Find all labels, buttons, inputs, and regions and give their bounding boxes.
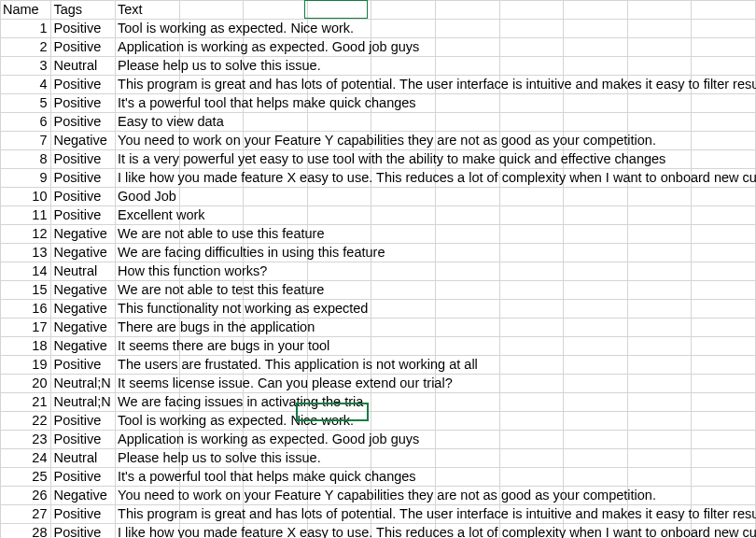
cell-text[interactable]: Excellent work [116,206,180,225]
cell-empty[interactable] [564,431,628,449]
table-row[interactable]: 12NegativeWe are not able to use this fe… [1,225,756,244]
cell-name[interactable]: 9 [1,169,51,188]
cell-empty[interactable] [564,281,628,300]
cell-empty[interactable] [564,113,628,132]
cell-text[interactable]: We are not able to use this feature [116,225,180,244]
cell-name[interactable]: 18 [1,337,51,356]
cell-empty[interactable] [435,281,499,300]
cell-empty[interactable] [371,206,436,225]
cell-tags[interactable]: Positive [51,113,116,132]
cell-text[interactable]: It's a powerful tool that helps make qui… [116,94,180,113]
cell-tags[interactable]: Positive [51,505,116,524]
cell-empty[interactable] [307,319,371,337]
cell-empty[interactable] [692,20,756,38]
cell-empty[interactable] [627,38,692,57]
cell-empty[interactable] [435,244,499,262]
cell-empty[interactable] [564,319,628,337]
cell-tags[interactable]: Neutral;N [51,393,116,412]
cell-empty[interactable] [435,468,499,487]
table-row[interactable]: 17NegativeThere are bugs in the applicat… [1,319,756,337]
cell-tags[interactable]: Positive [51,468,116,487]
table-row[interactable]: 8PositiveIt is a very powerful yet easy … [1,150,756,169]
cell-empty[interactable] [692,262,756,281]
cell-tags[interactable]: Positive [51,412,116,431]
cell-empty[interactable] [435,20,499,38]
cell-name[interactable]: 15 [1,281,51,300]
table-row[interactable]: 26NegativeYou need to work on your Featu… [1,487,756,505]
cell-tags[interactable]: Neutral [51,449,116,468]
cell-empty[interactable] [692,206,756,225]
table-row[interactable]: 16NegativeThis functionality not working… [1,300,756,319]
data-table[interactable]: Name Tags Text 1PositiveTool is working … [0,0,756,538]
cell-text[interactable]: It seems license issue. Can you please e… [116,375,180,393]
cell-empty[interactable] [435,225,499,244]
cell-name[interactable]: 10 [1,188,51,206]
header-empty[interactable] [307,1,371,20]
cell-name[interactable]: 6 [1,113,51,132]
table-row[interactable]: 24NeutralPlease help us to solve this is… [1,449,756,468]
cell-name[interactable]: 7 [1,132,51,150]
cell-empty[interactable] [499,393,564,412]
cell-empty[interactable] [371,449,436,468]
cell-empty[interactable] [564,468,628,487]
cell-empty[interactable] [499,206,564,225]
cell-text[interactable]: It is a very powerful yet easy to use to… [116,150,180,169]
cell-empty[interactable] [435,206,499,225]
cell-empty[interactable] [499,468,564,487]
cell-tags[interactable]: Neutral [51,262,116,281]
cell-text[interactable]: This program is great and has lots of po… [116,76,180,94]
cell-name[interactable]: 4 [1,76,51,94]
cell-empty[interactable] [692,337,756,356]
cell-empty[interactable] [564,38,628,57]
cell-tags[interactable]: Negative [51,132,116,150]
table-row[interactable]: 2PositiveApplication is working as expec… [1,38,756,57]
table-row[interactable]: 5PositiveIt's a powerful tool that helps… [1,94,756,113]
cell-name[interactable]: 3 [1,57,51,76]
cell-empty[interactable] [627,113,692,132]
cell-empty[interactable] [627,412,692,431]
cell-text[interactable]: The users are frustated. This applicatio… [116,356,180,375]
cell-empty[interactable] [371,337,436,356]
cell-empty[interactable] [371,393,436,412]
cell-empty[interactable] [692,412,756,431]
cell-empty[interactable] [627,375,692,393]
cell-empty[interactable] [499,375,564,393]
cell-empty[interactable] [692,244,756,262]
cell-tags[interactable]: Negative [51,300,116,319]
header-row[interactable]: Name Tags Text [1,1,756,20]
cell-empty[interactable] [435,94,499,113]
cell-empty[interactable] [627,225,692,244]
cell-empty[interactable] [564,375,628,393]
cell-empty[interactable] [692,449,756,468]
cell-empty[interactable] [244,188,308,206]
cell-name[interactable]: 17 [1,319,51,337]
cell-empty[interactable] [307,206,371,225]
cell-empty[interactable] [627,319,692,337]
cell-empty[interactable] [627,337,692,356]
cell-empty[interactable] [692,375,756,393]
cell-empty[interactable] [435,449,499,468]
cell-text[interactable]: Good Job [116,188,180,206]
header-empty[interactable] [627,1,692,20]
cell-empty[interactable] [371,20,436,38]
cell-text[interactable]: We are facing issues in activating the t… [116,393,180,412]
table-row[interactable]: 22PositiveTool is working as expected. N… [1,412,756,431]
cell-empty[interactable] [627,468,692,487]
header-empty[interactable] [371,1,436,20]
cell-empty[interactable] [307,113,371,132]
table-row[interactable]: 25PositiveIt's a powerful tool that help… [1,468,756,487]
cell-text[interactable]: We are facing difficulties in using this… [116,244,180,262]
cell-tags[interactable]: Positive [51,76,116,94]
cell-empty[interactable] [371,412,436,431]
table-row[interactable]: 20Neutral;NIt seems license issue. Can y… [1,375,756,393]
cell-empty[interactable] [627,449,692,468]
table-row[interactable]: 15NegativeWe are not able to test this f… [1,281,756,300]
cell-text[interactable]: It seems there are bugs in your tool [116,337,180,356]
table-row[interactable]: 3NeutralPlease help us to solve this iss… [1,57,756,76]
cell-tags[interactable]: Positive [51,206,116,225]
cell-empty[interactable] [435,113,499,132]
cell-empty[interactable] [371,113,436,132]
table-row[interactable]: 27PositiveThis program is great and has … [1,505,756,524]
spreadsheet-grid[interactable]: Name Tags Text 1PositiveTool is working … [0,0,756,538]
cell-name[interactable]: 19 [1,356,51,375]
